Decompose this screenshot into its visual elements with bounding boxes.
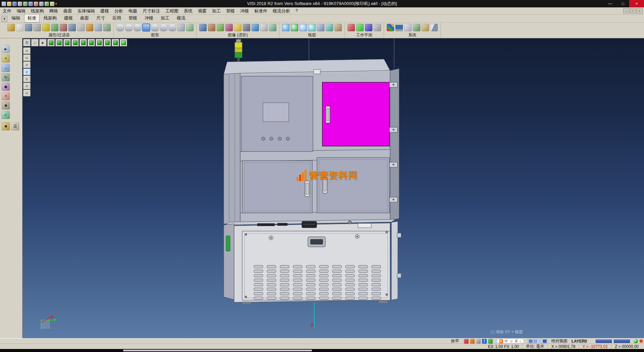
undo-icon[interactable] bbox=[23, 2, 28, 6]
menu-item[interactable]: 尺寸标注 bbox=[140, 8, 163, 14]
view-select-button[interactable]: ► bbox=[39, 39, 47, 46]
snapshot-icon[interactable] bbox=[260, 24, 268, 31]
toolbar-tab[interactable]: 线架构 bbox=[40, 14, 60, 23]
mirror-tool-icon[interactable]: ◆ bbox=[2, 83, 10, 91]
child-close-button[interactable]: × bbox=[637, 8, 643, 13]
lower-right-door[interactable] bbox=[391, 221, 398, 300]
panel-button[interactable] bbox=[286, 137, 289, 140]
rotate-tool-icon[interactable]: ↻ bbox=[2, 73, 10, 81]
menu-item[interactable]: 电极 bbox=[126, 8, 140, 14]
top-knob[interactable] bbox=[348, 221, 352, 224]
toolbar-tab[interactable]: 加工 bbox=[157, 14, 173, 23]
cad-viewport[interactable]: ☰□► ≡≡≡≡≡≡≡ bbox=[22, 38, 644, 338]
clipboard-slot-5-button[interactable]: ≡ bbox=[23, 76, 31, 82]
menu-item[interactable]: ? bbox=[293, 8, 301, 14]
light-icon[interactable] bbox=[234, 24, 241, 31]
plane-display-icon[interactable] bbox=[430, 24, 438, 31]
filter-icon[interactable] bbox=[16, 24, 23, 31]
view-plain-button[interactable]: □ bbox=[31, 39, 39, 46]
child-minimize-button[interactable]: — bbox=[623, 8, 629, 13]
signal-tower[interactable] bbox=[234, 39, 243, 65]
view-list-button[interactable]: ☰ bbox=[23, 39, 31, 46]
view-mode-label[interactable]: 绝对视图 bbox=[551, 338, 568, 344]
open-file-icon[interactable] bbox=[7, 2, 11, 6]
menu-item[interactable]: 文件 bbox=[0, 8, 14, 14]
material-icon[interactable] bbox=[225, 24, 233, 31]
menu-item[interactable]: 系统 bbox=[181, 8, 195, 14]
upper-cabinet[interactable] bbox=[224, 59, 399, 224]
panel-button[interactable] bbox=[262, 137, 265, 140]
close-button[interactable]: × bbox=[629, 0, 644, 7]
windows-taskbar[interactable] bbox=[0, 349, 644, 352]
select-tool-icon[interactable]: ► bbox=[2, 45, 10, 53]
tray-app-icon-4[interactable]: 2 bbox=[482, 339, 487, 344]
tray-app-icon-1[interactable] bbox=[464, 339, 469, 344]
render-mode-icon[interactable] bbox=[169, 24, 176, 31]
view-dynamic-button[interactable] bbox=[120, 39, 127, 46]
ime-tool-icon[interactable]: ☰ bbox=[515, 340, 518, 343]
menu-item[interactable]: 模流分析 bbox=[270, 8, 293, 14]
tray-app-icon-3[interactable] bbox=[476, 339, 481, 344]
toolbar-tab[interactable]: 尺寸 bbox=[93, 14, 108, 23]
toolbar-tab[interactable]: 曲面 bbox=[77, 14, 92, 23]
clipboard-slot-7-button[interactable]: ≡ bbox=[23, 90, 31, 96]
group-filter-icon[interactable] bbox=[77, 24, 85, 31]
highlight-icon[interactable] bbox=[160, 24, 167, 31]
middle-left-door[interactable] bbox=[242, 161, 312, 213]
snap-icon[interactable] bbox=[413, 24, 420, 31]
menu-item[interactable]: 网格 bbox=[47, 8, 61, 14]
lock-filter-icon[interactable] bbox=[60, 24, 67, 31]
plot-icon[interactable] bbox=[34, 2, 38, 6]
toolbar-tab[interactable]: 建模 bbox=[61, 14, 76, 23]
model-canvas[interactable]: 2 bbox=[22, 38, 644, 338]
menu-item[interactable]: 工程图 bbox=[163, 8, 181, 14]
menu-item[interactable]: 塑模 bbox=[223, 8, 237, 14]
wireframe-display-icon[interactable] bbox=[116, 24, 124, 31]
texture-icon[interactable] bbox=[217, 24, 224, 31]
color-filter-icon[interactable] bbox=[42, 24, 50, 31]
info-tool-icon[interactable]: ✓ bbox=[2, 111, 10, 119]
shaded-display-icon[interactable] bbox=[125, 24, 132, 31]
new-file-icon[interactable] bbox=[2, 2, 6, 6]
view-toggle-icon[interactable] bbox=[543, 340, 547, 343]
clipboard-slot-6-button[interactable]: ≡ bbox=[23, 83, 31, 89]
graphics-settings-icon[interactable] bbox=[177, 24, 185, 31]
stamp-tool-icon[interactable]: ■ bbox=[2, 101, 10, 109]
ime-tool-icon[interactable]: ☺ bbox=[510, 340, 513, 343]
pan-icon[interactable] bbox=[317, 24, 324, 31]
settings-icon[interactable] bbox=[39, 2, 44, 6]
background-icon[interactable] bbox=[252, 24, 259, 31]
menu-item[interactable]: 冲模 bbox=[237, 8, 252, 14]
palette-icon[interactable]: ■ bbox=[2, 122, 10, 130]
view-back-button[interactable] bbox=[88, 39, 95, 46]
measure-tool-icon[interactable]: + bbox=[2, 54, 10, 62]
monitor-icon[interactable] bbox=[395, 24, 403, 31]
menu-item[interactable]: 建模 bbox=[98, 8, 112, 14]
menu-item[interactable]: 编辑 bbox=[14, 8, 28, 14]
quick-access-dropdown-icon[interactable]: ▾ bbox=[55, 2, 57, 5]
gallery-icon[interactable] bbox=[269, 24, 276, 31]
active-layer-label[interactable]: LAYER0 bbox=[572, 339, 587, 344]
menu-item[interactable]: 实体编辑 bbox=[75, 8, 98, 14]
panel-button[interactable] bbox=[270, 137, 273, 140]
panel-button[interactable] bbox=[278, 137, 281, 140]
toolbar-tab[interactable]: 冲模 bbox=[141, 14, 157, 23]
image-capture-icon[interactable] bbox=[199, 24, 207, 31]
workplane-align-icon[interactable] bbox=[365, 24, 372, 31]
zoom-all-icon[interactable] bbox=[282, 24, 289, 31]
view-right-button[interactable] bbox=[104, 39, 111, 46]
attr-reset-icon[interactable] bbox=[103, 24, 111, 31]
transparency-icon[interactable] bbox=[151, 24, 159, 31]
child-restore-button[interactable]: □ bbox=[630, 8, 636, 13]
ime-logo-icon[interactable]: S bbox=[499, 339, 503, 343]
menu-item[interactable]: 线架构 bbox=[28, 8, 47, 14]
toolbar-tab[interactable]: 应用 bbox=[109, 14, 124, 23]
view-axon-button[interactable] bbox=[112, 39, 119, 46]
magenta-door[interactable] bbox=[322, 82, 389, 146]
layers-icon[interactable] bbox=[45, 2, 49, 6]
rotate-view-icon[interactable] bbox=[326, 24, 333, 31]
dynamic-shade-icon[interactable] bbox=[143, 24, 150, 31]
redo-icon[interactable] bbox=[29, 2, 33, 6]
workplane-set-icon[interactable] bbox=[356, 24, 364, 31]
workplane-xy-icon[interactable] bbox=[347, 24, 355, 31]
